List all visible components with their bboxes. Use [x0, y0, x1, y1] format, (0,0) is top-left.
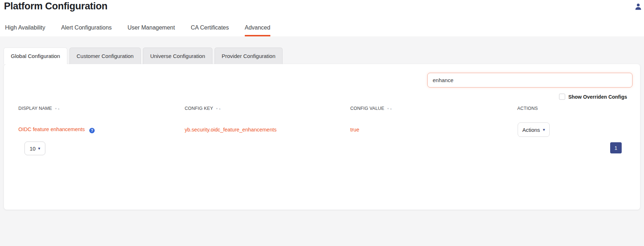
sort-desc-icon: ▼: [55, 107, 58, 110]
tab-alert-configurations[interactable]: Alert Configurations: [61, 24, 112, 36]
page-size-value: 10: [30, 146, 36, 152]
subtab-provider-configuration[interactable]: Provider Configuration: [215, 48, 283, 64]
tab-advanced[interactable]: Advanced: [245, 24, 270, 36]
table-header-row: DISPLAY NAME ▼▲ CONFIG KEY ▼▲ CONFIG VAL…: [4, 105, 640, 112]
column-header-actions: ACTIONS: [517, 106, 640, 111]
column-label: CONFIG VALUE: [350, 106, 384, 111]
column-header-config-key[interactable]: CONFIG KEY ▼▲: [185, 106, 350, 111]
actions-cell: Actions ▾: [517, 122, 640, 137]
config-key-link[interactable]: yb.security.oidc_feature_enhancements: [185, 127, 276, 133]
caret-down-icon: ▾: [543, 128, 545, 132]
tab-ca-certificates[interactable]: CA Certificates: [191, 24, 229, 36]
caret-down-icon: ▾: [38, 146, 40, 151]
table-row: OIDC feature enhancements ? yb.security.…: [4, 122, 640, 135]
config-display-name-link[interactable]: OIDC feature enhancements: [18, 126, 85, 132]
config-value-cell: true: [350, 126, 517, 133]
page-header: Platform Configuration High Availability…: [0, 0, 644, 36]
show-overridden-checkbox[interactable]: [559, 94, 565, 100]
page-title: Platform Configuration: [4, 1, 107, 12]
global-config-panel: Show Overriden Configs DISPLAY NAME ▼▲ C…: [4, 64, 640, 210]
display-name-cell: OIDC feature enhancements ?: [18, 126, 185, 133]
show-overridden-label: Show Overriden Configs: [568, 94, 627, 100]
config-sub-tabs: Global Configuration Customer Configurat…: [4, 48, 644, 64]
user-icon[interactable]: [634, 3, 642, 10]
column-header-display-name[interactable]: DISPLAY NAME ▼▲: [18, 106, 185, 111]
tab-high-availability[interactable]: High Availability: [5, 24, 45, 36]
main-nav-tabs: High Availability Alert Configurations U…: [5, 24, 270, 36]
subtab-customer-configuration[interactable]: Customer Configuration: [69, 48, 141, 64]
config-value-link[interactable]: true: [350, 127, 359, 133]
pagination-page-1-button[interactable]: 1: [610, 142, 622, 153]
sort-asc-icon: ▲: [58, 107, 60, 110]
config-search-input[interactable]: [427, 73, 632, 88]
sort-desc-icon: ▼: [216, 107, 219, 110]
page-size-dropdown[interactable]: 10 ▾: [24, 142, 45, 155]
column-label: CONFIG KEY: [185, 106, 213, 111]
actions-dropdown-button[interactable]: Actions ▾: [518, 122, 550, 137]
content-area: Global Configuration Customer Configurat…: [0, 36, 644, 246]
subtab-universe-configuration[interactable]: Universe Configuration: [143, 48, 212, 64]
sort-icons[interactable]: ▼▲: [387, 107, 393, 110]
subtab-global-configuration[interactable]: Global Configuration: [4, 48, 67, 64]
sort-icons[interactable]: ▼▲: [216, 107, 221, 110]
show-overridden-configs-toggle[interactable]: Show Overriden Configs: [559, 94, 627, 100]
help-icon[interactable]: ?: [89, 128, 95, 133]
sort-icons[interactable]: ▼▲: [55, 107, 60, 110]
config-key-cell: yb.security.oidc_feature_enhancements: [185, 126, 350, 133]
column-label: ACTIONS: [517, 106, 538, 111]
column-label: DISPLAY NAME: [18, 106, 52, 111]
column-header-config-value[interactable]: CONFIG VALUE ▼▲: [350, 106, 517, 111]
sort-asc-icon: ▲: [219, 107, 221, 110]
tab-user-management[interactable]: User Management: [127, 24, 175, 36]
sort-asc-icon: ▲: [389, 107, 392, 110]
actions-label: Actions: [522, 127, 540, 133]
